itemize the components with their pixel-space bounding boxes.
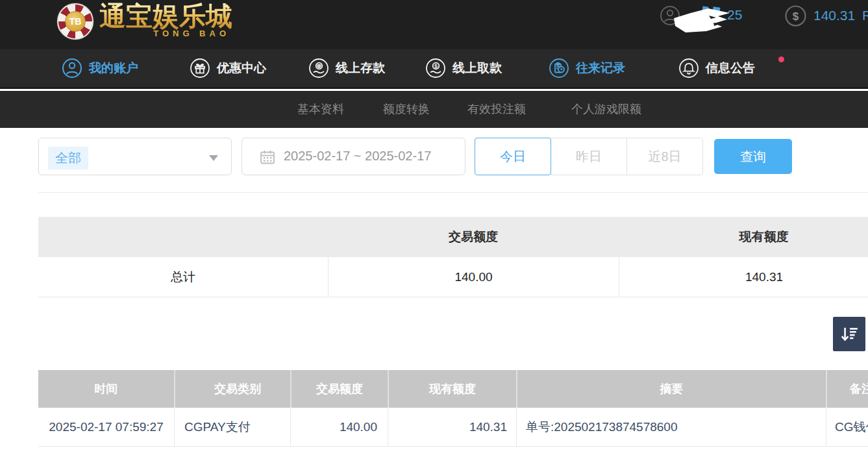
summary-current-balance: 140.31 [619, 257, 868, 297]
balance-amount: 140.31 [813, 8, 855, 23]
nav-label: 我的账户 [89, 60, 138, 77]
transaction-type-select[interactable]: 全部 [38, 138, 232, 175]
nav-item-my-account[interactable]: 我的账户 [62, 49, 138, 87]
records-table: 时间 交易类别 交易额度 现有额度 摘要 备注 2025-02-17 07:59… [38, 370, 868, 447]
sub-navigation: 基本资料 额度转换 有效投注额 个人游戏限额 [0, 91, 868, 128]
sort-button[interactable] [833, 317, 865, 351]
query-button[interactable]: 查询 [714, 139, 792, 174]
quick-range-today[interactable]: 今日 [475, 138, 551, 175]
poker-chip-icon: TB [57, 3, 93, 40]
subnav-item-valid-bets[interactable]: 有效投注额 [467, 91, 526, 128]
svg-text:$: $ [793, 10, 799, 23]
records-table-header: 时间 交易类别 交易额度 现有额度 摘要 备注 [38, 370, 868, 408]
summary-total-row: 总计 140.00 140.31 [38, 257, 868, 297]
sort-descending-icon [839, 325, 859, 344]
records-header-time: 时间 [38, 370, 174, 408]
nav-label: 优惠中心 [217, 60, 266, 77]
svg-text:$: $ [434, 63, 438, 69]
top-header: TB 通宝娱乐城 TONG BAO 25 $ 140.31 R [0, 0, 868, 49]
quick-range-last8days[interactable]: 近8日 [626, 138, 703, 175]
record-balance: 140.31 [388, 408, 516, 446]
record-summary: 单号:202502173874578600 [516, 408, 826, 446]
record-time: 2025-02-17 07:59:27 [38, 408, 174, 446]
main-navigation: 我的账户 优惠中心 线上存款 $ 线上取款 [0, 49, 868, 89]
summary-header-current-balance: 现有额度 [619, 217, 868, 257]
records-header-remark: 备注 [826, 370, 868, 408]
withdraw-icon: $ [425, 58, 446, 79]
selected-type-chip: 全部 [48, 147, 88, 169]
section-divider [38, 192, 868, 193]
poker-chip-core: TB [65, 11, 86, 32]
summary-header-transaction-amount: 交易额度 [328, 217, 619, 257]
summary-table-header: 交易额度 现有额度 [38, 217, 868, 257]
record-type: CGPAY支付 [174, 408, 290, 446]
summary-table: 交易额度 现有额度 总计 140.00 140.31 [38, 217, 868, 297]
date-range-input[interactable]: 2025-02-17 ~ 2025-02-17 [242, 138, 465, 175]
subnav-item-game-limits[interactable]: 个人游戏限额 [571, 91, 641, 128]
records-header-summary: 摘要 [516, 370, 826, 408]
records-icon [549, 58, 569, 79]
notification-dot-badge [778, 56, 784, 62]
summary-total-label: 总计 [38, 257, 328, 297]
date-range-value: 2025-02-17 ~ 2025-02-17 [284, 149, 431, 164]
subnav-item-credit-transfer[interactable]: 额度转换 [383, 91, 430, 128]
deposit-icon [308, 58, 329, 79]
dollar-circle-icon: $ [784, 5, 807, 27]
nav-label: 线上取款 [453, 60, 502, 77]
quick-range-group: 今日 昨日 近8日 [475, 138, 703, 175]
nav-item-online-withdrawal[interactable]: $ 线上取款 [425, 49, 502, 87]
calendar-icon [260, 149, 275, 165]
summary-header-empty [38, 217, 328, 257]
balance-currency: R [862, 8, 868, 23]
summary-transaction-amount: 140.00 [328, 257, 619, 297]
bell-icon [678, 58, 699, 79]
nav-item-transaction-records[interactable]: 往来记录 [549, 49, 625, 87]
table-row: 2025-02-17 07:59:27 CGPAY支付 140.00 140.3… [38, 408, 868, 447]
nav-item-online-deposit[interactable]: 线上存款 [308, 49, 385, 87]
subnav-item-basic-info[interactable]: 基本资料 [297, 91, 344, 128]
record-remark: CG钱包 [826, 408, 868, 446]
username-redaction-scribble [673, 4, 732, 35]
nav-label: 往来记录 [576, 60, 625, 77]
nav-item-promotions[interactable]: 优惠中心 [190, 49, 266, 87]
account-icon [62, 58, 82, 79]
brand-chip-label: TB [69, 16, 82, 27]
quick-range-yesterday[interactable]: 昨日 [551, 138, 627, 175]
record-amount: 140.00 [290, 408, 388, 446]
records-header-balance: 现有额度 [388, 370, 516, 408]
nav-label: 线上存款 [336, 60, 385, 77]
nav-label: 信息公告 [706, 60, 755, 77]
nav-item-announcements[interactable]: 信息公告 [678, 49, 755, 87]
records-header-amount: 交易额度 [290, 370, 388, 408]
records-header-type: 交易类别 [174, 370, 290, 408]
gift-icon [190, 58, 210, 79]
caret-down-icon [209, 155, 218, 161]
brand-title: 通宝娱乐城 [99, 1, 232, 31]
brand-logo[interactable]: TB 通宝娱乐城 TONG BAO [57, 1, 232, 40]
brand-text: 通宝娱乐城 TONG BAO [99, 1, 232, 38]
